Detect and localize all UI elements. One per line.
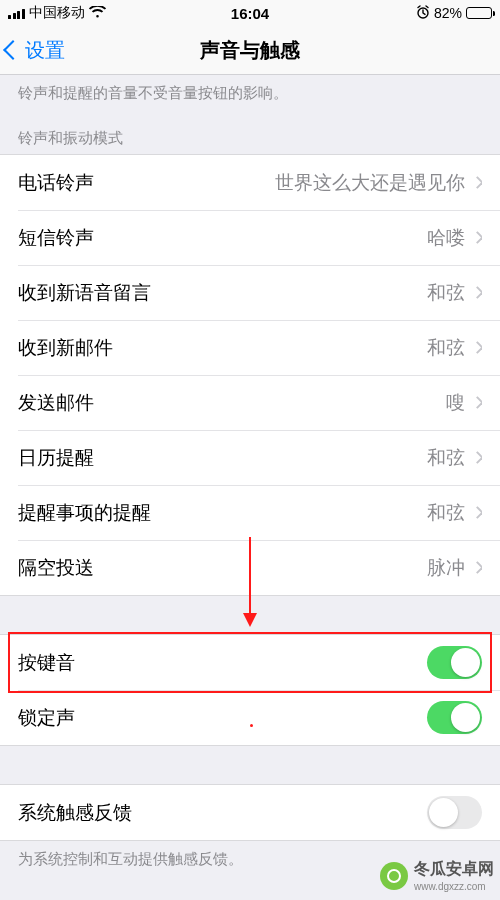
battery-icon	[466, 7, 492, 19]
chevron-right-icon	[471, 286, 482, 299]
chevron-right-icon	[471, 231, 482, 244]
row-keyboard-clicks[interactable]: 按键音	[0, 635, 500, 690]
row-label: 提醒事项的提醒	[18, 500, 151, 526]
back-label: 设置	[25, 37, 65, 64]
group-system-sounds: 按键音 锁定声	[0, 634, 500, 746]
row-value: 哈喽	[427, 225, 465, 251]
carrier-label: 中国移动	[29, 4, 85, 22]
ringer-note: 铃声和提醒的音量不受音量按钮的影响。	[0, 75, 500, 111]
chevron-right-icon	[471, 451, 482, 464]
chevron-left-icon	[3, 40, 23, 60]
row-value: 和弦	[427, 445, 465, 471]
watermark-url: www.dgxzz.com	[414, 881, 494, 892]
chevron-right-icon	[471, 506, 482, 519]
row-system-haptics[interactable]: 系统触感反馈	[0, 785, 500, 840]
toggle-system-haptics[interactable]	[427, 796, 482, 829]
nav-bar: 设置 声音与触感	[0, 26, 500, 75]
row-ringtone[interactable]: 电话铃声 世界这么大还是遇见你	[0, 155, 500, 210]
row-label: 日历提醒	[18, 445, 94, 471]
toggle-lock-sound[interactable]	[427, 701, 482, 734]
row-value: 和弦	[427, 500, 465, 526]
row-label: 收到新语音留言	[18, 280, 151, 306]
row-value: 脉冲	[427, 555, 465, 581]
row-airdrop[interactable]: 隔空投送 脉冲	[0, 540, 500, 595]
row-label: 锁定声	[18, 705, 75, 731]
row-label: 发送邮件	[18, 390, 94, 416]
alarm-icon	[416, 5, 430, 22]
signal-icon	[8, 8, 25, 19]
row-label: 短信铃声	[18, 225, 94, 251]
row-calendar-alerts[interactable]: 日历提醒 和弦	[0, 430, 500, 485]
group-haptics: 系统触感反馈	[0, 784, 500, 841]
toggle-keyboard-clicks[interactable]	[427, 646, 482, 679]
row-label: 按键音	[18, 650, 75, 676]
chevron-right-icon	[471, 561, 482, 574]
page-title: 声音与触感	[200, 37, 300, 64]
status-left: 中国移动	[8, 4, 106, 22]
wifi-icon	[89, 5, 106, 21]
row-value: 嗖	[446, 390, 465, 416]
row-label: 收到新邮件	[18, 335, 113, 361]
row-value: 和弦	[427, 280, 465, 306]
back-button[interactable]: 设置	[0, 37, 65, 64]
status-time: 16:04	[231, 5, 269, 22]
watermark-name: 冬瓜安卓网	[414, 860, 494, 877]
row-label: 电话铃声	[18, 170, 94, 196]
row-label: 隔空投送	[18, 555, 94, 581]
row-new-mail[interactable]: 收到新邮件 和弦	[0, 320, 500, 375]
row-voicemail[interactable]: 收到新语音留言 和弦	[0, 265, 500, 320]
battery-percent: 82%	[434, 5, 462, 21]
section-header-ringtones: 铃声和振动模式	[0, 111, 500, 154]
row-value: 世界这么大还是遇见你	[275, 170, 465, 196]
status-bar: 中国移动 16:04 82%	[0, 0, 500, 26]
row-value: 和弦	[427, 335, 465, 361]
watermark-logo-icon	[380, 862, 408, 890]
chevron-right-icon	[471, 176, 482, 189]
row-text-tone[interactable]: 短信铃声 哈喽	[0, 210, 500, 265]
chevron-right-icon	[471, 396, 482, 409]
status-right: 82%	[416, 5, 492, 22]
row-sent-mail[interactable]: 发送邮件 嗖	[0, 375, 500, 430]
annotation-dot	[250, 724, 253, 727]
group-ringtones: 电话铃声 世界这么大还是遇见你 短信铃声 哈喽 收到新语音留言 和弦 收到新邮件…	[0, 154, 500, 596]
row-label: 系统触感反馈	[18, 800, 132, 826]
row-lock-sound[interactable]: 锁定声	[0, 690, 500, 745]
chevron-right-icon	[471, 341, 482, 354]
row-reminder-alerts[interactable]: 提醒事项的提醒 和弦	[0, 485, 500, 540]
watermark: 冬瓜安卓网 www.dgxzz.com	[374, 855, 500, 896]
